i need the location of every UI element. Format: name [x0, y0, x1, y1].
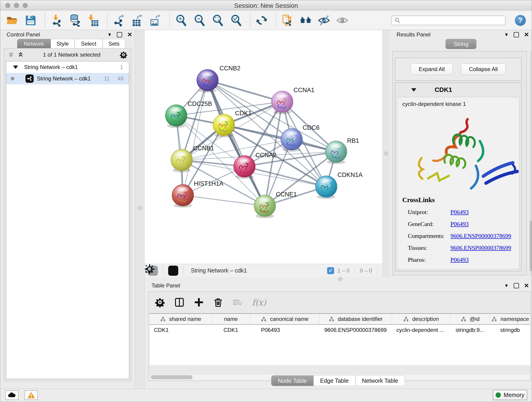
column-header-id[interactable]: @id: [450, 314, 490, 324]
table-gear-icon[interactable]: [155, 297, 165, 307]
right-splitter-handle[interactable]: [384, 152, 388, 156]
network-row[interactable]: String Network – cdk1 11 48: [6, 73, 129, 84]
search-box[interactable]: [391, 16, 506, 25]
cell-database-identifier[interactable]: 9606.ENSP00000378699: [319, 325, 392, 335]
column-header-canonical-name[interactable]: canonical name: [250, 314, 319, 324]
zoom-selected-button[interactable]: [230, 14, 242, 27]
results-panel-float-icon[interactable]: ▼: [504, 32, 509, 37]
column-header-namespace[interactable]: namespace: [490, 314, 530, 324]
tab-node-table[interactable]: Node Table: [271, 375, 313, 386]
help-button[interactable]: ?: [515, 15, 526, 26]
network-collection-row[interactable]: String Network – cdk1 1: [6, 61, 129, 73]
results-scrollbar-thumb[interactable]: [530, 221, 532, 271]
cell-canonical-name[interactable]: P06493: [250, 325, 319, 335]
export-table-button[interactable]: [131, 14, 143, 27]
results-panel-maximize-icon[interactable]: [514, 32, 519, 37]
show-all-button[interactable]: [336, 14, 348, 27]
zoom-in-button[interactable]: [175, 14, 187, 27]
open-in-browser-icon[interactable]: [168, 266, 178, 276]
table-panel-float-icon[interactable]: ▼: [504, 283, 509, 288]
network-node-ccna1[interactable]: CCNA1: [272, 87, 315, 114]
import-network-database-button[interactable]: [69, 14, 81, 27]
collection-label: String Network – cdk1: [24, 64, 78, 70]
network-graph[interactable]: CCNB2CCNA1CDC25BCDK1CDC6RB1CCNB1CCNA2CDK…: [145, 30, 382, 264]
expand-all-button[interactable]: Expand All: [411, 64, 453, 75]
bottom-splitter[interactable]: [145, 277, 532, 281]
table-panel-maximize-icon[interactable]: [514, 283, 519, 288]
collapse-all-icon[interactable]: [17, 51, 24, 58]
gene-section-header[interactable]: CDK1: [395, 83, 521, 97]
import-network-file-button[interactable]: [50, 14, 63, 27]
network-edge[interactable]: [208, 80, 282, 102]
results-scrollbar[interactable]: [530, 51, 532, 275]
copy-network-button[interactable]: [281, 14, 293, 27]
delete-column-icon[interactable]: [213, 297, 223, 307]
crosshair-move-icon[interactable]: [145, 264, 155, 274]
tab-network-table[interactable]: Network Table: [355, 375, 405, 386]
column-header-name[interactable]: name: [212, 314, 250, 324]
home-button[interactable]: [299, 14, 312, 27]
column-header-description[interactable]: description: [392, 314, 450, 324]
cloud-status-button[interactable]: [5, 390, 19, 400]
export-network-button[interactable]: [113, 14, 125, 27]
tissues-link[interactable]: 9606.ENSP00000378699: [450, 245, 511, 251]
tab-style[interactable]: Style: [51, 39, 75, 48]
cell-name[interactable]: CDK1: [212, 325, 250, 335]
control-panel-float-icon[interactable]: ▼: [107, 32, 112, 37]
save-session-button[interactable]: [25, 14, 37, 27]
tab-string[interactable]: String: [445, 39, 476, 49]
cell-id[interactable]: stringdb:9...: [450, 325, 490, 335]
gene-expand-triangle[interactable]: [411, 88, 416, 92]
show-columns-icon[interactable]: [174, 297, 185, 307]
network-node-cdkn1a[interactable]: CDKN1A: [316, 172, 363, 199]
memory-button[interactable]: Memory: [493, 390, 527, 400]
cell-shared-name[interactable]: CDK1: [149, 325, 212, 335]
collection-expand-triangle[interactable]: [13, 65, 18, 69]
zoom-out-button[interactable]: [193, 14, 206, 27]
search-input[interactable]: [400, 17, 502, 24]
genecard-link[interactable]: P06493: [450, 221, 469, 228]
tab-sets[interactable]: Sets: [103, 39, 125, 48]
gene-section-body: cyclin-dependent kinase 1: [397, 97, 519, 269]
function-builder-button[interactable]: f(x): [252, 298, 266, 307]
import-table-button[interactable]: [87, 14, 99, 27]
control-panel-close-icon[interactable]: ✕: [127, 32, 132, 38]
column-header-shared-name[interactable]: shared name: [149, 314, 212, 324]
open-session-button[interactable]: [6, 14, 19, 27]
bottom-splitter-handle[interactable]: [338, 277, 342, 281]
network-edge[interactable]: [183, 195, 265, 206]
apply-layout-button[interactable]: [255, 14, 268, 27]
gear-icon[interactable]: [120, 51, 127, 59]
left-splitter-handle[interactable]: [138, 206, 142, 210]
selected-nodes-checkbox[interactable]: ✓: [327, 267, 334, 274]
warning-status-button[interactable]: [25, 390, 38, 400]
control-panel-tabs: Network Style Select Sets: [17, 39, 125, 48]
collapse-all-button[interactable]: Collapse All: [461, 64, 506, 75]
cell-namespace[interactable]: stringdb: [490, 325, 530, 335]
network-canvas[interactable]: CCNB2CCNA1CDC25BCDK1CDC6RB1CCNB1CCNA2CDK…: [145, 30, 382, 277]
expand-all-icon[interactable]: [8, 51, 14, 58]
left-splitter[interactable]: [135, 30, 145, 389]
cell-description[interactable]: cyclin-dependent ...: [392, 325, 450, 335]
table-row[interactable]: CDK1 CDK1 P06493 9606.ENSP00000378699 cy…: [149, 325, 530, 335]
zoom-fit-button[interactable]: [211, 14, 224, 27]
tab-edge-table[interactable]: Edge Table: [313, 375, 355, 386]
results-panel-close-icon[interactable]: ✕: [524, 32, 529, 38]
node-label: RB1: [347, 137, 359, 144]
column-header-database-identifier[interactable]: database identifier: [319, 314, 392, 324]
add-column-icon[interactable]: [194, 297, 204, 307]
hide-selected-button[interactable]: [318, 14, 330, 27]
export-image-button[interactable]: [149, 14, 162, 27]
table-scrollbar-thumb[interactable]: [151, 375, 192, 379]
network-edge[interactable]: [183, 80, 208, 195]
tab-network[interactable]: Network: [17, 39, 51, 48]
tab-select[interactable]: Select: [75, 39, 103, 48]
pharos-link[interactable]: P06493: [450, 256, 469, 263]
network-node-hist1h1a[interactable]: HIST1H1A: [172, 180, 223, 208]
control-panel-maximize-icon[interactable]: [117, 32, 122, 37]
table-panel-close-icon[interactable]: ✕: [524, 283, 529, 288]
network-node-cdc6[interactable]: CDC6: [281, 124, 320, 152]
compartments-link[interactable]: 9606.ENSP00000378699: [450, 233, 511, 240]
network-node-rb1[interactable]: RB1: [325, 137, 359, 164]
uniprot-link[interactable]: P06493: [450, 209, 469, 216]
